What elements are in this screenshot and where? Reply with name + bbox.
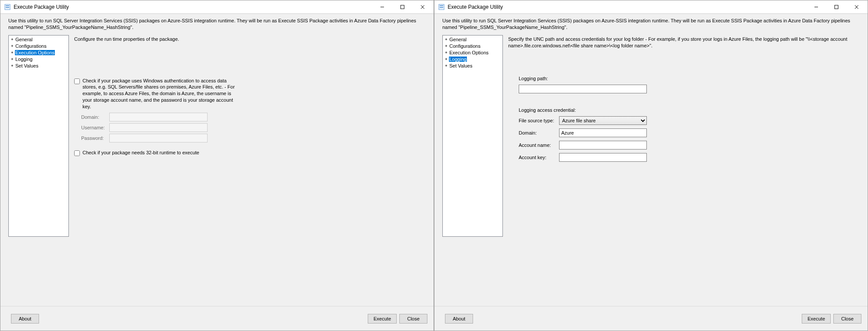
nav-label: Set Values <box>15 63 39 68</box>
minimize-button[interactable] <box>806 1 826 13</box>
execute-button[interactable]: Execute <box>368 314 397 324</box>
password-input[interactable] <box>109 134 208 142</box>
nav-item-logging[interactable]: ✦Logging <box>10 56 67 63</box>
log-domain-input[interactable] <box>559 128 647 137</box>
runtime-32bit-label: Check if your package needs 32-bit runti… <box>82 149 199 156</box>
about-button[interactable]: About <box>445 314 473 324</box>
account-name-label: Account name: <box>519 142 559 148</box>
utility-description: Use this utility to run SQL Server Integ… <box>0 14 434 35</box>
svg-rect-11 <box>835 5 838 9</box>
window-title: Execute Package Utility <box>14 4 372 10</box>
svg-rect-9 <box>440 7 443 8</box>
logging-credential-header: Logging access credential: <box>519 107 861 113</box>
windows-auth-label: Check if your package uses Windows authe… <box>82 78 240 110</box>
nav-label: Logging <box>449 57 467 62</box>
pane-header: Specify the UNC path and access credenti… <box>508 35 861 49</box>
app-icon <box>4 4 11 11</box>
nav-item-general[interactable]: ✦General <box>10 36 67 43</box>
utility-description: Use this utility to run SQL Server Integ… <box>434 14 868 35</box>
file-source-type-label: File source type: <box>519 118 559 123</box>
nav-label: Execution Options <box>449 50 489 55</box>
nav-item-logging[interactable]: ✦Logging <box>444 56 501 63</box>
close-button[interactable] <box>412 1 433 13</box>
nav-item-configurations[interactable]: ✦Configurations <box>444 43 501 50</box>
maximize-button[interactable] <box>392 1 412 13</box>
logging-credential-grid: File source type: Azure file share Domai… <box>519 116 861 162</box>
right-pane: Specify the UNC path and access credenti… <box>508 35 861 306</box>
nav-item-general[interactable]: ✦General <box>444 36 501 43</box>
svg-rect-8 <box>440 5 443 6</box>
logging-path-label: Logging path: <box>519 76 861 81</box>
svg-rect-1 <box>6 5 9 6</box>
content-area: ✦General ✦Configurations ✦Execution Opti… <box>434 35 868 306</box>
close-button[interactable] <box>846 1 867 13</box>
nav-label: Set Values <box>449 63 473 68</box>
nav-label: General <box>449 37 467 42</box>
footer: About Execute Close <box>0 306 434 331</box>
nav-item-set-values[interactable]: ✦Set Values <box>10 63 67 69</box>
right-pane: Configure the run time properties of the… <box>74 35 427 306</box>
windows-auth-checkbox[interactable] <box>74 78 80 84</box>
runtime-32bit-checkbox-row: Check if your package needs 32-bit runti… <box>74 149 427 156</box>
minimize-button[interactable] <box>372 1 392 13</box>
nav-item-execution-options[interactable]: ✦Execution Options <box>10 50 67 56</box>
username-label: Username: <box>81 125 109 130</box>
title-bar: Execute Package Utility <box>0 0 434 14</box>
window-controls <box>806 1 867 13</box>
nav-item-execution-options[interactable]: ✦Execution Options <box>444 50 501 56</box>
content-area: ✦General ✦Configurations ✦Execution Opti… <box>0 35 434 306</box>
nav-label: Configurations <box>15 43 47 49</box>
nav-label: Logging <box>15 57 33 62</box>
close-footer-button[interactable]: Close <box>399 314 427 324</box>
domain-input[interactable] <box>109 113 208 121</box>
svg-rect-4 <box>401 5 404 9</box>
nav-item-set-values[interactable]: ✦Set Values <box>444 63 501 69</box>
account-key-label: Account key: <box>519 155 559 160</box>
nav-label: Execution Options <box>15 50 55 55</box>
app-icon <box>438 4 445 11</box>
account-key-input[interactable] <box>559 153 647 162</box>
logging-path-input[interactable] <box>519 85 647 93</box>
nav-label: General <box>15 37 33 42</box>
svg-rect-2 <box>6 7 9 8</box>
maximize-button[interactable] <box>826 1 846 13</box>
windows-auth-checkbox-row: Check if your package uses Windows authe… <box>74 78 427 110</box>
username-input[interactable] <box>109 123 208 132</box>
file-source-type-select[interactable]: Azure file share <box>559 116 647 125</box>
execute-button[interactable]: Execute <box>802 314 831 324</box>
about-button[interactable]: About <box>11 314 39 324</box>
window-controls <box>372 1 433 13</box>
title-bar: Execute Package Utility <box>434 0 868 14</box>
nav-tree[interactable]: ✦General ✦Configurations ✦Execution Opti… <box>442 35 503 237</box>
log-domain-label: Domain: <box>519 130 559 135</box>
nav-item-configurations[interactable]: ✦Configurations <box>10 43 67 50</box>
close-footer-button[interactable]: Close <box>833 314 861 324</box>
runtime-32bit-checkbox[interactable] <box>74 150 80 156</box>
pane-header: Configure the run time properties of the… <box>74 35 427 43</box>
window-logging: Execute Package Utility Use this utility… <box>434 0 868 331</box>
footer: About Execute Close <box>434 306 868 331</box>
domain-label: Domain: <box>81 114 109 120</box>
window-title: Execute Package Utility <box>448 4 806 10</box>
password-label: Password: <box>81 135 109 141</box>
nav-label: Configurations <box>449 43 481 49</box>
credential-grid: Domain: Username: Password: <box>81 113 427 142</box>
account-name-input[interactable] <box>559 141 647 149</box>
nav-tree[interactable]: ✦General ✦Configurations ✦Execution Opti… <box>8 35 69 237</box>
window-execution-options: Execute Package Utility Use this utility… <box>0 0 434 331</box>
